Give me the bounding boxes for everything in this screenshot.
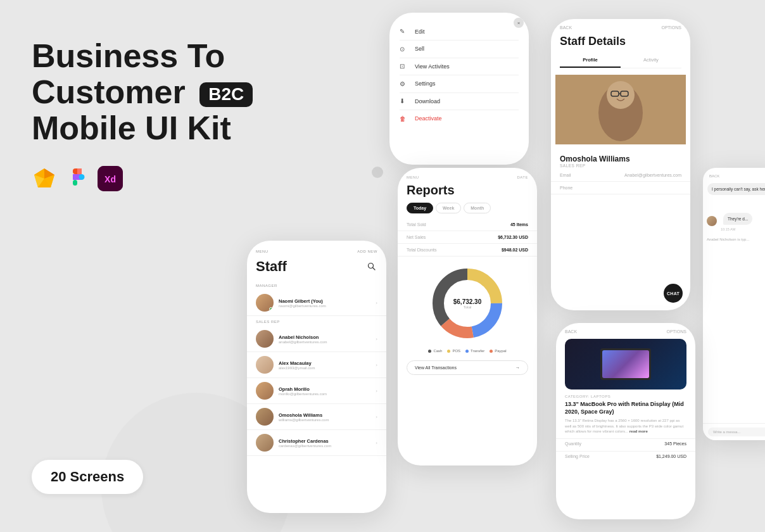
staff-info: Omoshola Williams williams@gilbertventur… (279, 412, 376, 422)
staff-info: Naomi Gilbert (You) naomi@gilbertventure… (279, 298, 376, 308)
view-all-transactions-button[interactable]: View All Transactions → (407, 360, 528, 375)
avatar (256, 408, 274, 426)
staff-title-row: Staff (247, 256, 386, 280)
legend-dot-paypal (490, 350, 493, 353)
phone-staff: MENU ADD NEW Staff MANAGER Naomi Gilbert… (247, 241, 386, 513)
svg-rect-8 (73, 180, 77, 186)
tab-activity[interactable]: Activity (621, 53, 681, 68)
avatar (256, 434, 274, 452)
product-image (565, 339, 686, 390)
menu-item-edit[interactable]: ✎ Edit (389, 23, 529, 40)
figma-icon (65, 166, 90, 191)
staff-item-manager[interactable]: Naomi Gilbert (You) naomi@gilbertventure… (247, 290, 386, 316)
chat-back-button[interactable]: BACK (703, 168, 765, 180)
phone-reports: MENU DATE Reports Today Week Month Total… (398, 168, 537, 466)
sketch-icon (32, 166, 57, 191)
svg-point-9 (79, 174, 85, 180)
reports-tabs: Today Week Month (398, 203, 537, 213)
menu-item-sell[interactable]: ⊙ Sell (389, 41, 529, 58)
settings-icon: ⚙ (400, 80, 408, 87)
staff-item-2[interactable]: Oprah Morillo morillo@gilbertventures.co… (247, 378, 386, 404)
chat-bubble-0: I personally can't say, ask her (707, 183, 765, 195)
chat-time-0: 10:11 AM (708, 196, 765, 200)
chevron-right-icon: › (376, 362, 377, 368)
screens-badge: 20 Screens (32, 460, 143, 494)
legend-dot-cash (428, 350, 431, 353)
phone-row: Phone (551, 182, 690, 194)
legend-cash: Cash (428, 349, 442, 353)
tab-month[interactable]: Month (464, 203, 491, 213)
staff-item-3[interactable]: Omoshola Williams williams@gilbertventur… (247, 404, 386, 430)
chat-input-row: Write a messa... (703, 423, 765, 440)
svg-text:Xd: Xd (104, 174, 116, 184)
avatar (256, 330, 274, 348)
chat-fab-button[interactable]: CHAT (664, 284, 683, 303)
product-description: The 13.3" Retina Display has a 2560 × 16… (556, 417, 695, 435)
details-top-bar: BACK OPTIONS (551, 19, 690, 32)
chevron-right-icon: › (376, 388, 377, 394)
hero-section: Business To Customer B2C Mobile UI Kit (32, 38, 272, 191)
tab-week[interactable]: Week (436, 203, 461, 213)
details-title: Staff Details (551, 32, 690, 53)
staff-info: Christopher Cardenas cardenas@gilbertven… (279, 438, 376, 448)
avatar (256, 356, 274, 374)
chat-bubble-1: They're d... (723, 213, 752, 225)
hero-title: Business To Customer B2C Mobile UI Kit (32, 38, 272, 147)
chat-time-1: 10:15 AM (721, 227, 765, 231)
staff-name-block: Omoshola Williams SALES REP (551, 151, 690, 169)
staff-item-0[interactable]: Anabel Nicholson anabel@gilbertventures.… (247, 326, 386, 352)
chevron-right-icon: › (376, 414, 377, 420)
product-top-bar: BACK OPTIONS (556, 323, 695, 336)
staff-info: Alex Macaulay alex1993@ymail.com (279, 360, 376, 370)
legend-transfer: Transfer (465, 349, 484, 353)
reports-header: MENU DATE (398, 168, 537, 182)
phone-product: BACK OPTIONS CATEGORY: LAPTOPS 13.3" Mac… (556, 323, 695, 519)
chevron-right-icon: › (376, 336, 377, 342)
svg-rect-10 (77, 168, 82, 174)
download-icon: ⬇ (400, 98, 408, 104)
staff-item-4[interactable]: Christopher Cardenas cardenas@gilbertven… (247, 430, 386, 456)
staff-item-1[interactable]: Alex Macaulay alex1993@ymail.com › (247, 352, 386, 378)
staff-screen-header: MENU ADD NEW (247, 241, 386, 256)
avatar (256, 294, 274, 312)
chat-input[interactable]: Write a messa... (708, 428, 765, 436)
decorative-circle-small (372, 167, 383, 178)
profile-tabs: Profile Activity (560, 53, 681, 68)
edit-icon: ✎ (400, 28, 408, 35)
phone-context-menu: × ✎ Edit ⊙ Sell ⊡ View Activites ⚙ Setti… (389, 13, 529, 165)
email-row: Email Anabel@gilbertventures.com (551, 169, 690, 182)
deactivate-icon: 🗑 (400, 115, 408, 122)
chat-avatar (707, 216, 717, 226)
legend-paypal: Paypal (490, 349, 506, 353)
arrow-right-icon: → (515, 365, 520, 370)
typing-indicator: Anabel Nicholson is typ... (703, 235, 765, 244)
view-icon: ⊡ (400, 63, 408, 70)
product-category: CATEGORY: LAPTOPS (556, 392, 695, 400)
legend-pos: POS (447, 349, 460, 353)
reports-title: Reports (398, 182, 537, 203)
sell-icon: ⊙ (400, 46, 408, 53)
donut-chart: $6,732.30 Total (398, 256, 537, 346)
menu-item-view-activites[interactable]: ⊡ View Activites (389, 58, 529, 75)
menu-item-deactivate[interactable]: 🗑 Deactivate (389, 110, 529, 127)
phone-staff-details: BACK OPTIONS Staff Details Profile Activ… (551, 19, 690, 310)
xd-icon: Xd (98, 166, 123, 191)
online-indicator (269, 307, 273, 311)
legend-dot-pos (447, 350, 450, 353)
report-row-sold: Total Sold 45 Items (398, 218, 537, 231)
menu-item-settings[interactable]: ⚙ Settings (389, 75, 529, 92)
product-name: 13.3" MacBook Pro with Retina Display (M… (556, 400, 695, 417)
donut-label: $6,732.30 Total (453, 298, 482, 309)
svg-line-14 (373, 268, 376, 270)
macbook-shape (600, 348, 651, 380)
staff-info: Anabel Nicholson anabel@gilbertventures.… (279, 334, 376, 344)
close-button[interactable]: × (514, 18, 524, 28)
tab-profile[interactable]: Profile (560, 53, 621, 68)
chart-legend: Cash POS Transfer Paypal (398, 346, 537, 355)
tab-today[interactable]: Today (407, 203, 433, 213)
b2c-badge: B2C (199, 82, 253, 107)
search-button[interactable] (366, 261, 377, 272)
price-row: Selling Price $1,249.00 USD (556, 451, 695, 461)
chevron-right-icon: › (376, 300, 377, 306)
menu-item-download[interactable]: ⬇ Download (389, 92, 529, 110)
